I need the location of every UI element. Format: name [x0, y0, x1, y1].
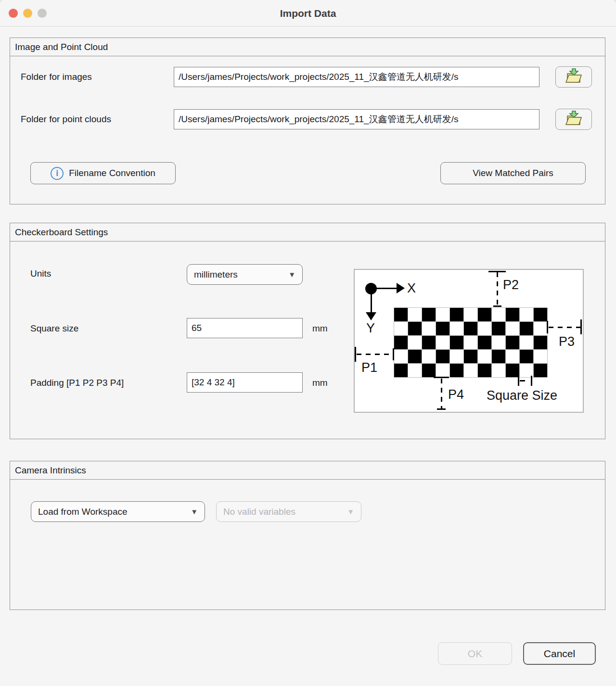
section-header: Camera Intrinsics: [10, 461, 605, 480]
checkerboard-cell: [464, 364, 477, 377]
checkerboard-cell: [450, 322, 463, 335]
checkerboard-cell: [520, 364, 533, 377]
checkerboard-cell: [492, 336, 505, 349]
checkerboard-cell: [478, 364, 491, 377]
open-folder-icon: [564, 68, 583, 86]
checkerboard-cell: [464, 322, 477, 335]
checkerboard-cell: [436, 322, 449, 335]
square-size-input[interactable]: [187, 318, 303, 338]
checkerboard-cell: [534, 322, 547, 335]
checkerboard-cell: [408, 364, 422, 377]
checkerboard-cell: [492, 350, 505, 363]
checkerboard-cell: [408, 336, 422, 349]
section-checkerboard-settings: Checkerboard Settings Units millimeters …: [10, 223, 605, 439]
checkerboard-cell: [436, 364, 449, 377]
intrinsics-source-dropdown[interactable]: Load from Workspace ▼: [31, 501, 205, 522]
p2-label: P2: [503, 278, 519, 292]
p3-board-cap: [547, 321, 548, 333]
info-icon: i: [51, 167, 64, 180]
checkerboard-cell: [422, 322, 436, 335]
checkerboard-cell: [534, 308, 547, 321]
y-axis-line: [371, 288, 372, 313]
chevron-down-icon: ▼: [191, 508, 198, 516]
checkerboard-cell: [408, 308, 422, 321]
checkerboard-cell: [478, 350, 491, 363]
checkerboard-cell: [492, 322, 505, 335]
browse-images-folder-button[interactable]: [555, 66, 592, 88]
square-size-label: Square size: [30, 323, 78, 334]
checkerboard-cell: [464, 308, 477, 321]
checkerboard-cell: [394, 350, 408, 363]
x-axis-arrow-icon: [397, 283, 405, 293]
checkerboard-cell: [408, 322, 422, 335]
open-folder-icon: [564, 110, 583, 128]
section-header: Checkerboard Settings: [10, 223, 605, 241]
checkerboard-cell: [394, 308, 408, 321]
p4-end-cap: [437, 408, 446, 410]
checkerboard-cell: [478, 336, 491, 349]
checkerboard-cell: [436, 308, 449, 321]
checkerboard-cell: [534, 364, 547, 377]
checkerboard-cell: [520, 336, 533, 349]
checkerboard-cell: [450, 308, 463, 321]
square-size-unit: mm: [312, 323, 328, 334]
padding-input[interactable]: [187, 372, 303, 393]
checkerboard-cell: [450, 364, 463, 377]
p1-board-cap: [393, 348, 394, 360]
square-size-tick-left: [518, 376, 519, 386]
import-data-dialog: Import Data Image and Point Cloud Folder…: [0, 0, 616, 686]
checkerboard-cell: [450, 336, 463, 349]
p3-label: P3: [559, 334, 575, 349]
section-header: Image and Point Cloud: [10, 38, 605, 56]
filename-convention-label: Filename Convention: [69, 168, 155, 178]
checkerboard-cell: [422, 364, 436, 377]
p4-dashed-line: [441, 379, 442, 409]
p1-label: P1: [361, 360, 377, 375]
intrinsics-variable-dropdown: No valid variables ▼: [216, 501, 361, 522]
checkerboard-cell: [394, 322, 408, 335]
filename-convention-button[interactable]: i Filename Convention: [30, 162, 176, 184]
folder-images-input[interactable]: [174, 67, 539, 87]
checkerboard-cell: [520, 350, 533, 363]
padding-unit: mm: [312, 378, 328, 388]
checkerboard-cell: [506, 336, 519, 349]
p1-dashed-line: [357, 354, 393, 355]
p4-board-cap: [434, 377, 449, 378]
checkerboard-cell: [464, 350, 477, 363]
square-size-tick-right: [531, 376, 532, 386]
checkerboard-cell: [422, 308, 436, 321]
title-bar: Import Data: [0, 0, 616, 26]
view-matched-pairs-label: View Matched Pairs: [473, 168, 553, 178]
section-camera-intrinsics: Camera Intrinsics Load from Workspace ▼ …: [10, 461, 605, 610]
checkerboard-cell: [506, 322, 519, 335]
ok-button: OK: [438, 642, 512, 665]
checkerboard-cell: [534, 350, 547, 363]
checkerboard-cell: [422, 336, 436, 349]
cancel-button[interactable]: Cancel: [523, 642, 596, 665]
p4-label: P4: [448, 387, 464, 402]
folder-point-clouds-label: Folder for point clouds: [21, 114, 111, 125]
checkerboard-cell: [506, 308, 519, 321]
folder-point-clouds-input[interactable]: [174, 109, 539, 129]
square-size-tick-bar: [520, 380, 525, 381]
checkerboard-cell: [520, 308, 533, 321]
y-axis-arrow-icon: [366, 312, 376, 320]
view-matched-pairs-button[interactable]: View Matched Pairs: [440, 162, 586, 184]
checkerboard-cell: [394, 336, 408, 349]
square-size-caption: Square Size: [487, 388, 557, 403]
checkerboard-grid: [394, 307, 548, 378]
p2-board-cap: [493, 305, 501, 307]
checkerboard-cell: [492, 364, 505, 377]
checkerboard-cell: [478, 308, 491, 321]
folder-images-label: Folder for images: [21, 72, 92, 82]
browse-point-clouds-folder-button[interactable]: [555, 109, 592, 130]
checkerboard-cell: [506, 350, 519, 363]
checkerboard-cell: [450, 350, 463, 363]
checkerboard-cell: [394, 364, 408, 377]
units-dropdown[interactable]: millimeters ▼: [187, 264, 303, 285]
p2-dashed-line: [497, 272, 498, 306]
checkerboard-cell: [506, 364, 519, 377]
checkerboard-cell: [408, 350, 422, 363]
y-axis-label: Y: [366, 321, 375, 336]
x-axis-label: X: [407, 281, 416, 296]
